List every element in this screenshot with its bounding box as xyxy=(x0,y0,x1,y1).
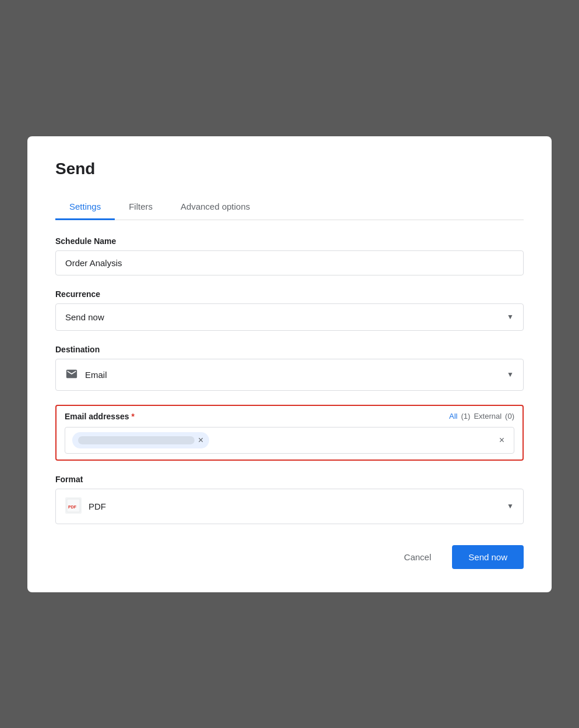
schedule-name-input[interactable] xyxy=(55,250,524,275)
schedule-name-group: Schedule Name xyxy=(55,236,524,275)
format-group: Format PDF PDF ▼ xyxy=(55,475,524,524)
email-addresses-label: Email addresses xyxy=(65,412,129,421)
empty-chip-area: × xyxy=(214,436,507,445)
destination-value: Email xyxy=(85,370,107,380)
pdf-icon: PDF xyxy=(65,497,82,515)
email-chip: × xyxy=(72,432,209,448)
recurrence-group: Recurrence Send now ▼ xyxy=(55,289,524,331)
format-value: PDF xyxy=(89,501,106,511)
tab-bar: Settings Filters Advanced options xyxy=(55,195,524,220)
destination-select[interactable]: Email ▼ xyxy=(55,359,524,391)
format-select[interactable]: PDF PDF ▼ xyxy=(55,489,524,524)
tab-settings[interactable]: Settings xyxy=(55,195,115,220)
email-addresses-group: Email addresses * All (1) External (0) ×… xyxy=(55,405,524,461)
dialog-title: Send xyxy=(55,160,524,178)
email-addresses-section: Email addresses * All (1) External (0) ×… xyxy=(55,405,524,461)
dialog-footer: Cancel Send now xyxy=(55,545,524,569)
required-indicator: * xyxy=(132,412,135,421)
tab-advanced-options[interactable]: Advanced options xyxy=(167,195,264,220)
schedule-name-label: Schedule Name xyxy=(55,236,524,246)
chevron-down-icon: ▼ xyxy=(507,313,514,321)
chevron-down-icon: ▼ xyxy=(507,502,514,510)
chip-close-empty-icon[interactable]: × xyxy=(499,436,504,445)
chip-close-icon[interactable]: × xyxy=(198,436,203,445)
email-chip-text xyxy=(78,436,195,444)
external-count-badge: (0) xyxy=(505,412,514,420)
recurrence-select[interactable]: Send now ▼ xyxy=(55,303,524,331)
email-label-row: Email addresses * xyxy=(65,412,135,421)
send-dialog: Send Settings Filters Advanced options S… xyxy=(27,136,552,592)
chevron-down-icon: ▼ xyxy=(507,370,514,379)
svg-text:PDF: PDF xyxy=(68,505,77,509)
format-label: Format xyxy=(55,475,524,484)
email-addresses-header: Email addresses * All (1) External (0) xyxy=(65,412,514,421)
recurrence-value: Send now xyxy=(65,312,104,322)
recurrence-label: Recurrence xyxy=(55,289,524,299)
email-input-area: × × xyxy=(65,427,514,454)
cancel-button[interactable]: Cancel xyxy=(393,546,443,568)
filter-all-tab[interactable]: All xyxy=(449,412,457,420)
destination-label: Destination xyxy=(55,345,524,354)
email-icon xyxy=(65,367,78,382)
send-now-button[interactable]: Send now xyxy=(452,545,524,569)
tab-filters[interactable]: Filters xyxy=(115,195,167,220)
filter-external-tab[interactable]: External xyxy=(474,412,502,420)
email-filter-tabs: All (1) External (0) xyxy=(449,412,514,420)
all-count-badge: (1) xyxy=(461,412,471,420)
destination-group: Destination Email ▼ xyxy=(55,345,524,391)
